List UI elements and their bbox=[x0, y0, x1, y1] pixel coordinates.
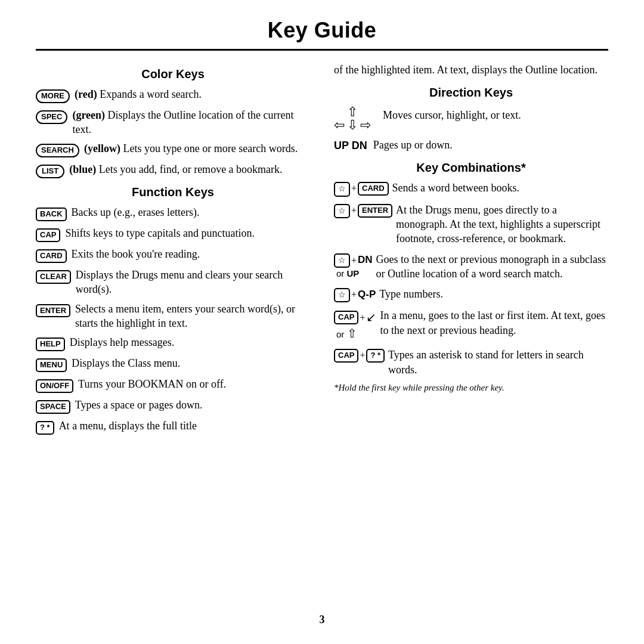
combo-key-enter: ☆+ENTER bbox=[334, 204, 392, 218]
list-item: LIST (blue) Lets you add, find, or remov… bbox=[36, 162, 310, 178]
color-label-yellow: (yellow) bbox=[84, 143, 120, 154]
updn-label: UP DN bbox=[334, 138, 367, 153]
color-keys-title: Color Keys bbox=[36, 67, 310, 81]
combo-item-enter: ☆+ENTER At the Drugs menu, goes directly… bbox=[334, 203, 608, 246]
key-badge-menu: MENU bbox=[36, 357, 67, 372]
updn-item: UP DN Pages up or down. bbox=[334, 138, 608, 153]
combo-key-cap: CAP + ↙ or ⇧ bbox=[334, 309, 376, 342]
arrow-cluster: ⇧ ⇦ ⇩ ⇨ bbox=[334, 106, 371, 132]
page-title: Key Guide bbox=[36, 18, 608, 43]
list-item: ENTER Selects a menu item, enters your s… bbox=[36, 302, 310, 331]
combo-key-card: ☆+CARD bbox=[334, 182, 389, 196]
key-badge-card: CARD bbox=[36, 247, 67, 263]
color-label-green: (green) bbox=[72, 109, 105, 121]
footnote: *Hold the first key while pressing the o… bbox=[334, 383, 608, 393]
key-badge-space: SPACE bbox=[36, 398, 70, 414]
direction-keys-intro: of the highlighted item. At text, displa… bbox=[334, 63, 608, 78]
key-badge-search: SEARCH bbox=[36, 142, 79, 157]
combo-item-qp: ☆+Q-P Type numbers. bbox=[334, 287, 608, 302]
list-item: BACK Backs up (e.g., erases letters). bbox=[36, 205, 310, 221]
combo-item-card: ☆+CARD Sends a word between books. bbox=[334, 181, 608, 196]
list-item: CAP Shifts keys to type capitals and pun… bbox=[36, 226, 310, 242]
key-badge-enter: ENTER bbox=[36, 302, 70, 318]
direction-keys-title: Direction Keys bbox=[334, 86, 608, 100]
list-item: HELP Displays help messages. bbox=[36, 335, 310, 351]
content-area: Color Keys MORE (red) Expands a word sea… bbox=[36, 63, 608, 609]
key-badge-spec: SPEC bbox=[36, 109, 67, 124]
direction-keys-area: ⇧ ⇦ ⇩ ⇨ Moves cursor, highlight, or text… bbox=[334, 106, 608, 132]
color-label-red: (red) bbox=[75, 88, 97, 100]
combo-key-qp: ☆+Q-P bbox=[334, 288, 376, 302]
combo-key-cap-star: CAP+? * bbox=[334, 349, 385, 363]
function-keys-title: Function Keys bbox=[36, 185, 310, 199]
page: Key Guide Color Keys MORE (red) Expands … bbox=[0, 0, 644, 644]
list-item: SPEC (green) Displays the Outline locati… bbox=[36, 108, 310, 137]
left-column: Color Keys MORE (red) Expands a word sea… bbox=[36, 63, 310, 609]
down-arrow-icon: ⇩ bbox=[347, 119, 358, 132]
page-number: 3 bbox=[36, 614, 608, 626]
list-item: MENU Displays the Class menu. bbox=[36, 356, 310, 372]
list-item: SPACE Types a space or pages down. bbox=[36, 398, 310, 414]
up-arrow-icon: ⇧ bbox=[347, 106, 358, 119]
combo-item-dnup: ☆ + DN or UP Goes to the next or previou… bbox=[334, 252, 608, 281]
key-badge-list: LIST bbox=[36, 163, 64, 178]
right-column: of the highlighted item. At text, displa… bbox=[334, 63, 608, 609]
key-combinations-title: Key Combinations* bbox=[334, 161, 608, 175]
right-arrow-icon: ⇨ bbox=[360, 119, 371, 132]
list-item: CLEAR Displays the Drugs menu and clears… bbox=[36, 268, 310, 297]
combo-item-cap-star: CAP+? * Types an asterisk to stand for l… bbox=[334, 348, 608, 377]
key-badge-cap: CAP bbox=[36, 227, 60, 242]
left-arrow-icon: ⇦ bbox=[334, 119, 345, 132]
list-item: SEARCH (yellow) Lets you type one or mor… bbox=[36, 141, 310, 157]
updn-desc: Pages up or down. bbox=[373, 138, 453, 153]
key-badge-clear: CLEAR bbox=[36, 268, 71, 284]
combo-key-dnup: ☆ + DN or UP bbox=[334, 253, 373, 280]
key-badge-onoff: ON/OFF bbox=[36, 377, 73, 393]
title-divider bbox=[36, 49, 608, 51]
list-item: MORE (red) Expands a word search. bbox=[36, 87, 310, 103]
arrow-row: ⇦ ⇩ ⇨ bbox=[334, 119, 371, 132]
list-item: ON/OFF Turns your BOOKMAN on or off. bbox=[36, 377, 310, 393]
combo-item-cap-arrow: CAP + ↙ or ⇧ In a menu, goes to the last… bbox=[334, 308, 608, 342]
list-item: ? * At a menu, displays the full title bbox=[36, 419, 310, 435]
arrow-desc: Moves cursor, highlight, or text. bbox=[383, 108, 521, 123]
key-badge-more: MORE bbox=[36, 88, 70, 103]
key-badge-help: HELP bbox=[36, 336, 65, 351]
list-item: CARD Exits the book you're reading. bbox=[36, 247, 310, 263]
key-badge-back: BACK bbox=[36, 206, 67, 221]
key-badge-qstar: ? * bbox=[36, 419, 54, 435]
color-label-blue: (blue) bbox=[69, 163, 96, 175]
